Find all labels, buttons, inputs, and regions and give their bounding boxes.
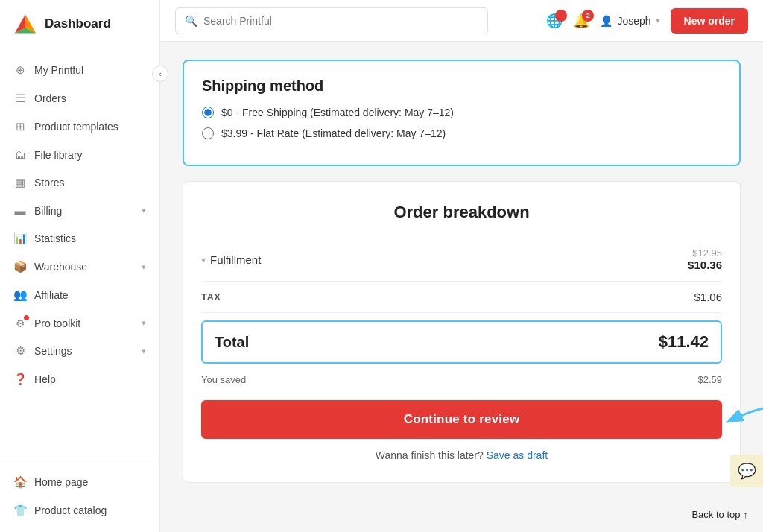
continue-review-button[interactable]: Continue to review — [201, 400, 722, 439]
fulfillment-prices: $12.95 $10.36 — [688, 247, 722, 272]
shipping-option-free[interactable]: $0 - Free Shipping (Estimated delivery: … — [202, 107, 721, 118]
sidebar-item-product-templates[interactable]: ⊞ Product templates — [0, 113, 159, 141]
total-row: Total $11.42 — [201, 320, 722, 364]
search-input[interactable] — [203, 15, 478, 27]
pro-toolkit-chevron-icon: ▾ — [142, 318, 146, 328]
shipping-method-card: Shipping method $0 - Free Shipping (Esti… — [183, 60, 741, 166]
cta-area: Continue to review — [201, 400, 722, 439]
sidebar-item-file-library[interactable]: 🗂 File library — [0, 141, 159, 168]
save-draft-link[interactable]: Save as draft — [487, 449, 548, 461]
tax-amount: $1.06 — [694, 291, 722, 303]
sidebar-item-label: Orders — [34, 92, 146, 104]
settings-icon: ⚙ — [13, 344, 27, 358]
sidebar-item-home-page[interactable]: 🏠 Home page — [0, 468, 159, 496]
globe-badge — [555, 10, 567, 22]
globe-button[interactable]: 🌐 — [546, 13, 563, 29]
shipping-flat-label: $3.99 - Flat Rate (Estimated delivery: M… — [221, 127, 446, 139]
sidebar-item-label: Home page — [34, 476, 146, 488]
sidebar-item-label: Stores — [34, 177, 146, 189]
sidebar-item-stores[interactable]: ▦ Stores — [0, 168, 159, 197]
breakdown-title: Order breakdown — [201, 203, 722, 222]
sidebar-item-label: Product catalog — [34, 504, 146, 516]
topbar-icons: 🌐 🔔 2 👤 Joseph ▾ New order — [546, 8, 748, 34]
search-icon: 🔍 — [185, 15, 197, 27]
stores-icon: ▦ — [13, 176, 27, 189]
pro-toolkit-icon: ⚙ — [13, 317, 27, 329]
shipping-option-flat[interactable]: $3.99 - Flat Rate (Estimated delivery: M… — [202, 127, 721, 139]
saved-amount: $2.59 — [697, 374, 722, 385]
topbar: 🔍 🌐 🔔 2 👤 Joseph ▾ New order — [160, 0, 763, 42]
sidebar-logo: Dashboard — [0, 0, 159, 48]
sidebar-nav: ⊕ My Printful ☰ Orders ⊞ Product templat… — [0, 48, 159, 460]
notifications-button[interactable]: 🔔 2 — [573, 13, 589, 29]
shipping-free-radio[interactable] — [202, 107, 214, 118]
total-amount: $11.42 — [659, 332, 709, 352]
saved-row: You saved $2.59 — [201, 371, 722, 396]
shipping-title: Shipping method — [202, 77, 721, 95]
notifications-badge: 2 — [582, 10, 594, 22]
sidebar-item-label: Product templates — [34, 121, 146, 133]
statistics-icon: 📊 — [13, 232, 27, 245]
tax-row: TAX $1.06 — [201, 282, 722, 313]
billing-chevron-icon: ▾ — [142, 206, 146, 215]
saved-label: You saved — [201, 374, 246, 385]
search-bar[interactable]: 🔍 — [175, 7, 488, 34]
sidebar-item-help[interactable]: ❓ Help — [0, 365, 159, 393]
warehouse-chevron-icon: ▾ — [142, 262, 146, 272]
home-icon: 🏠 — [13, 475, 27, 489]
content-area: Shipping method $0 - Free Shipping (Esti… — [160, 42, 763, 532]
sidebar-bottom: 🏠 Home page 👕 Product catalog — [0, 460, 159, 532]
sidebar-item-label: My Printful — [34, 64, 146, 76]
sidebar-item-label: Warehouse — [34, 261, 134, 273]
sidebar-item-orders[interactable]: ☰ Orders — [0, 84, 159, 113]
sidebar-item-label: Affiliate — [34, 289, 146, 301]
sidebar-item-product-catalog[interactable]: 👕 Product catalog — [0, 496, 159, 525]
main-area: 🔍 🌐 🔔 2 👤 Joseph ▾ New order — [160, 0, 763, 532]
draft-row: Wanna finish this later? Save as draft — [201, 449, 722, 461]
fulfillment-text: Fulfillment — [210, 253, 261, 266]
order-breakdown-card: Order breakdown ▾ Fulfillment $12.95 $10… — [183, 181, 741, 483]
help-icon: ❓ — [13, 373, 27, 386]
sidebar-item-label: Help — [34, 373, 146, 385]
sidebar-item-my-printful[interactable]: ⊕ My Printful — [0, 56, 159, 84]
sidebar-item-label: Pro toolkit — [34, 317, 134, 329]
user-chevron-icon: ▾ — [656, 16, 660, 25]
tax-label: TAX — [201, 291, 221, 303]
fulfillment-chevron-icon: ▾ — [201, 255, 206, 265]
shipping-free-label: $0 - Free Shipping (Estimated delivery: … — [221, 107, 454, 118]
billing-icon: ▬ — [13, 204, 27, 217]
user-name: Joseph — [617, 15, 650, 27]
sidebar-item-affiliate[interactable]: 👥 Affiliate — [0, 281, 159, 309]
orders-icon: ☰ — [13, 92, 27, 105]
my-printful-icon: ⊕ — [13, 63, 27, 77]
sidebar-item-label: Statistics — [34, 232, 146, 244]
back-to-top-label: Back to top — [691, 509, 740, 520]
sidebar-item-label: Settings — [34, 345, 134, 357]
draft-prompt: Wanna finish this later? — [376, 449, 484, 461]
sidebar-title: Dashboard — [45, 16, 111, 31]
warehouse-icon: 📦 — [13, 260, 27, 273]
sidebar-item-settings[interactable]: ⚙ Settings ▾ — [0, 337, 159, 365]
sidebar-item-statistics[interactable]: 📊 Statistics — [0, 224, 159, 253]
fulfillment-old-price: $12.95 — [688, 247, 722, 259]
sidebar-item-warehouse[interactable]: 📦 Warehouse ▾ — [0, 253, 159, 281]
sidebar-collapse-button[interactable]: ‹ — [152, 66, 168, 82]
arrow-indicator — [715, 400, 763, 437]
back-to-top-icon: ↑ — [744, 509, 749, 520]
sidebar-item-pro-toolkit[interactable]: ⚙ Pro toolkit ▾ — [0, 309, 159, 337]
fulfillment-new-price: $10.36 — [688, 259, 722, 271]
new-order-button[interactable]: New order — [671, 8, 748, 34]
shipping-flat-radio[interactable] — [202, 127, 214, 139]
chat-widget-button[interactable]: 💬 — [730, 455, 763, 487]
back-to-top-button[interactable]: Back to top ↑ — [691, 509, 748, 520]
total-label: Total — [215, 334, 249, 351]
product-templates-icon: ⊞ — [13, 120, 27, 133]
fulfillment-row: ▾ Fulfillment $12.95 $10.36 — [201, 238, 722, 282]
user-menu-button[interactable]: 👤 Joseph ▾ — [600, 15, 659, 27]
product-catalog-icon: 👕 — [13, 504, 27, 517]
affiliate-icon: 👥 — [13, 288, 27, 302]
file-library-icon: 🗂 — [13, 148, 27, 161]
sidebar-item-label: File library — [34, 149, 146, 161]
sidebar: Dashboard ⊕ My Printful ☰ Orders ⊞ Produ… — [0, 0, 160, 532]
sidebar-item-billing[interactable]: ▬ Billing ▾ — [0, 197, 159, 224]
